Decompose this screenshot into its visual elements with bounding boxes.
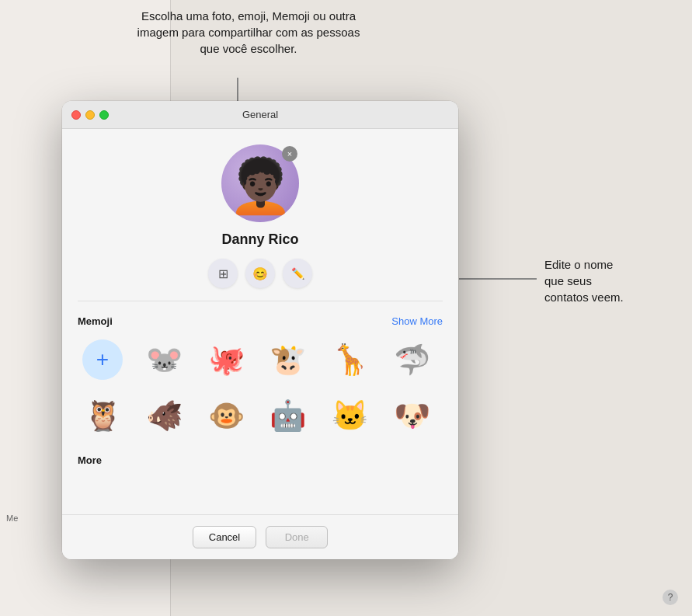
memoji-item-dog[interactable]: 🐶: [387, 391, 436, 440]
action-buttons-row: ⊞ 😊 ✏️: [208, 259, 312, 288]
memoji-item-owl[interactable]: 🦉: [78, 391, 127, 440]
close-traffic-light[interactable]: [71, 110, 81, 120]
emoji-picker-icon: 😊: [252, 266, 268, 281]
photo-picker-button[interactable]: ⊞: [208, 259, 238, 288]
edit-name-button[interactable]: ✏️: [283, 259, 312, 288]
pencil-icon: ✏️: [291, 267, 304, 280]
memoji-grid: + 🐭 🐙 🐮 🦒 🦈 🦉 🐗 🐵 🤖 🐱 🐶: [78, 335, 443, 440]
memoji-section-header: Memoji Show More: [78, 315, 443, 327]
add-memoji-button[interactable]: +: [78, 335, 127, 385]
memoji-label: Memoji: [78, 315, 113, 327]
tooltip-right: Edite o nome que seus contatos veem.: [544, 256, 669, 305]
more-label: More: [78, 454, 102, 466]
user-name: Danny Rico: [221, 231, 298, 248]
memoji-item-monkey[interactable]: 🐵: [201, 391, 251, 440]
memoji-item-mouse[interactable]: 🐭: [140, 335, 190, 385]
cancel-button[interactable]: Cancel: [193, 526, 256, 548]
help-button[interactable]: ?: [662, 590, 678, 605]
emoji-picker-button[interactable]: 😊: [245, 259, 275, 288]
memoji-item-boar[interactable]: 🐗: [140, 391, 190, 440]
more-section: More: [78, 454, 443, 466]
done-button[interactable]: Done: [266, 526, 328, 548]
sidebar-me-label: Me: [6, 513, 18, 523]
tooltip-line-right: [459, 278, 537, 280]
avatar-memoji: 🧑🏿‍🦱: [228, 155, 294, 218]
memoji-item-shark[interactable]: 🦈: [387, 335, 436, 385]
dialog-title: General: [242, 109, 278, 120]
avatar-section: 🧑🏿‍🦱 × Danny Rico ⊞ 😊 ✏️: [78, 144, 443, 301]
avatar-close-button[interactable]: ×: [282, 146, 297, 162]
dialog-content: 🧑🏿‍🦱 × Danny Rico ⊞ 😊 ✏️ Memoji Show M: [62, 129, 458, 514]
dialog-titlebar: General: [62, 101, 458, 129]
memoji-item-giraffe[interactable]: 🦒: [325, 335, 375, 385]
more-section-header: More: [78, 454, 443, 466]
dialog-footer: Cancel Done: [62, 514, 458, 559]
tooltip-top: Escolha uma foto, emoji, Memoji ou outra…: [136, 8, 361, 57]
avatar-container: 🧑🏿‍🦱 ×: [221, 144, 299, 222]
minimize-traffic-light[interactable]: [85, 110, 95, 120]
memoji-item-cat[interactable]: 🐱: [325, 391, 375, 440]
memoji-item-robot[interactable]: 🤖: [263, 391, 313, 440]
profile-dialog: General 🧑🏿‍🦱 × Danny Rico ⊞ 😊: [62, 101, 458, 559]
traffic-lights: [71, 110, 109, 120]
show-more-link[interactable]: Show More: [391, 315, 443, 327]
photo-picker-icon: ⊞: [218, 266, 228, 281]
plus-icon: +: [82, 339, 123, 380]
fullscreen-traffic-light[interactable]: [99, 110, 109, 120]
memoji-item-cow[interactable]: 🐮: [263, 335, 313, 385]
memoji-item-octopus[interactable]: 🐙: [201, 335, 251, 385]
